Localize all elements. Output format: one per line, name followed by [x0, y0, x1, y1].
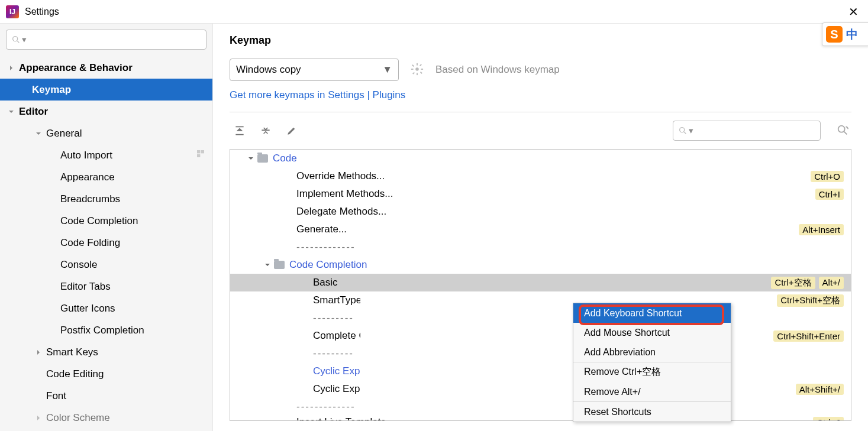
- svg-point-5: [415, 67, 419, 71]
- svg-rect-6: [417, 63, 418, 65]
- context-menu-item-add-mouse-shortcut[interactable]: Add Mouse Shortcut: [573, 323, 731, 342]
- sidebar-item-label: Code Completion: [60, 215, 138, 227]
- sidebar-item-font[interactable]: Font: [0, 385, 212, 407]
- main-panel: Keymap Windows copy ▼ Based on Windows k…: [213, 24, 868, 431]
- tree-action[interactable]: -------------: [230, 398, 851, 416]
- expand-all-button[interactable]: [232, 123, 247, 138]
- ime-logo-icon: S: [826, 26, 843, 43]
- sidebar-item-appearance[interactable]: Appearance: [0, 166, 212, 188]
- tree-folder[interactable]: Code: [230, 150, 851, 167]
- sidebar-item-console[interactable]: Console: [0, 254, 212, 276]
- tree-action[interactable]: -------------: [230, 238, 851, 256]
- svg-point-16: [838, 125, 845, 132]
- svg-rect-7: [417, 73, 418, 75]
- sidebar-item-label: Font: [46, 390, 66, 402]
- sidebar-item-label: Editor Tabs: [60, 281, 111, 293]
- titlebar: IJ Settings ✕: [0, 0, 868, 24]
- ime-language-label: 中: [846, 27, 858, 43]
- sidebar-item-appearance-behavior[interactable]: Appearance & Behavior: [0, 57, 212, 79]
- chevron-down-icon: [247, 155, 255, 161]
- get-keymaps-link[interactable]: Get more keymaps in Settings | Plugins: [230, 89, 405, 101]
- shortcut-badge: Ctrl+O: [811, 171, 844, 182]
- keymap-tree[interactable]: CodeOverride Methods...Ctrl+OImplement M…: [230, 149, 851, 421]
- chevron-down-icon: [34, 129, 43, 138]
- shortcut-badge: Alt+Insert: [799, 224, 844, 235]
- sidebar-item-auto-import[interactable]: Auto Import: [0, 144, 212, 166]
- gear-icon[interactable]: [411, 63, 424, 77]
- sidebar-item-breadcrumbs[interactable]: Breadcrumbs: [0, 188, 212, 210]
- sidebar-nav: Appearance & BehaviorKeymapEditorGeneral…: [0, 53, 212, 429]
- close-button[interactable]: ✕: [844, 5, 862, 19]
- sidebar-item-gutter-icons[interactable]: Gutter Icons: [0, 297, 212, 319]
- keymap-dropdown-value: Windows copy: [236, 64, 301, 76]
- scope-icon: [196, 149, 205, 161]
- find-by-shortcut-button[interactable]: [836, 124, 849, 138]
- sidebar-item-code-folding[interactable]: Code Folding: [0, 232, 212, 254]
- context-menu-item-add-abbreviation[interactable]: Add Abbreviation: [573, 342, 731, 362]
- shortcut-list: Ctrl+O: [811, 171, 844, 182]
- tree-action[interactable]: Implement Methods...Ctrl+I: [230, 185, 851, 203]
- ime-widget[interactable]: S 中: [822, 22, 868, 46]
- chevron-right-icon: [7, 64, 15, 72]
- tree-item-label: SmartType: [313, 294, 360, 306]
- sidebar-item-label: Breadcrumbs: [60, 193, 120, 205]
- tree-item-label: Basic: [313, 277, 338, 289]
- context-menu-item-remove-alt[interactable]: Remove Alt+/: [573, 382, 731, 401]
- tree-search-input[interactable]: ▾: [673, 121, 821, 141]
- sidebar-item-label: Smart Keys: [46, 346, 98, 358]
- sidebar-search-input[interactable]: ▾: [6, 30, 206, 50]
- shortcut-badge: Alt+/: [819, 277, 844, 289]
- svg-rect-12: [420, 64, 422, 66]
- tree-action[interactable]: Insert Live Template...Ctrl+J: [230, 416, 851, 421]
- sidebar-item-label: Auto Import: [60, 150, 112, 161]
- context-menu-item-reset-shortcuts[interactable]: Reset Shortcuts: [573, 402, 731, 422]
- sidebar-item-label: Appearance & Behavior: [19, 62, 133, 74]
- context-menu-item-add-keyboard-shortcut[interactable]: Add Keyboard Shortcut: [573, 303, 731, 323]
- shortcut-badge: Ctrl+I: [815, 189, 844, 200]
- svg-rect-11: [420, 72, 422, 74]
- sidebar-item-code-completion[interactable]: Code Completion: [0, 210, 212, 232]
- tree-folder[interactable]: Code Completion: [230, 256, 851, 274]
- edit-button[interactable]: [284, 123, 299, 138]
- keymap-dropdown[interactable]: Windows copy ▼: [230, 59, 399, 81]
- tree-action[interactable]: BasicCtrl+空格Alt+/: [230, 274, 851, 291]
- tree-action[interactable]: ---------: [230, 309, 851, 327]
- collapse-all-button[interactable]: [258, 123, 273, 138]
- shortcut-list: Alt+Insert: [799, 224, 844, 235]
- tree-item-label: Implement Methods...: [296, 188, 393, 200]
- shortcut-badge: Ctrl+Shift+Enter: [773, 330, 844, 342]
- sidebar-item-label: Postfix Completion: [60, 325, 144, 336]
- sidebar-item-label: Editor: [19, 106, 48, 118]
- shortcut-badge: Ctrl+空格: [771, 277, 815, 289]
- sidebar-item-keymap[interactable]: Keymap: [0, 79, 212, 101]
- tree-folder[interactable]: Cyclic Expand...: [230, 362, 851, 380]
- tree-action[interactable]: Complete Current...Ctrl+Shift+Enter: [230, 327, 851, 345]
- tree-action[interactable]: SmartTypeCtrl+Shift+空格: [230, 291, 851, 309]
- tree-action[interactable]: Cyclic Expand...Alt+Shift+/: [230, 380, 851, 398]
- svg-rect-3: [201, 150, 204, 153]
- tree-action[interactable]: Delegate Methods...: [230, 203, 851, 221]
- tree-item-label: Cyclic Expand...: [313, 383, 360, 395]
- sidebar-item-color-scheme[interactable]: Color Scheme: [0, 407, 212, 429]
- sidebar-item-smart-keys[interactable]: Smart Keys: [0, 341, 212, 363]
- folder-icon: [274, 261, 285, 269]
- context-menu-item-remove-ctrl[interactable]: Remove Ctrl+空格: [573, 362, 731, 382]
- sidebar-item-editor[interactable]: Editor: [0, 101, 212, 122]
- tree-item-label: Delegate Methods...: [296, 206, 386, 218]
- sidebar-item-postfix-completion[interactable]: Postfix Completion: [0, 319, 212, 341]
- sidebar: ▾ Appearance & BehaviorKeymapEditorGener…: [0, 24, 213, 431]
- sidebar-item-code-editing[interactable]: Code Editing: [0, 363, 212, 385]
- tree-item-label: Override Methods...: [296, 170, 385, 182]
- page-title: Keymap: [230, 34, 851, 47]
- tree-action[interactable]: Generate...Alt+Insert: [230, 221, 851, 238]
- shortcut-list: Ctrl+Shift+空格: [777, 294, 844, 307]
- tree-action[interactable]: Override Methods...Ctrl+O: [230, 167, 851, 185]
- sidebar-item-general[interactable]: General: [0, 122, 212, 144]
- sidebar-item-editor-tabs[interactable]: Editor Tabs: [0, 276, 212, 297]
- divider: -------------: [296, 241, 356, 253]
- tree-action[interactable]: ---------: [230, 345, 851, 362]
- svg-rect-10: [412, 64, 414, 67]
- window-title: Settings: [25, 7, 59, 17]
- sidebar-item-label: General: [46, 128, 82, 140]
- sidebar-item-label: Keymap: [32, 84, 71, 96]
